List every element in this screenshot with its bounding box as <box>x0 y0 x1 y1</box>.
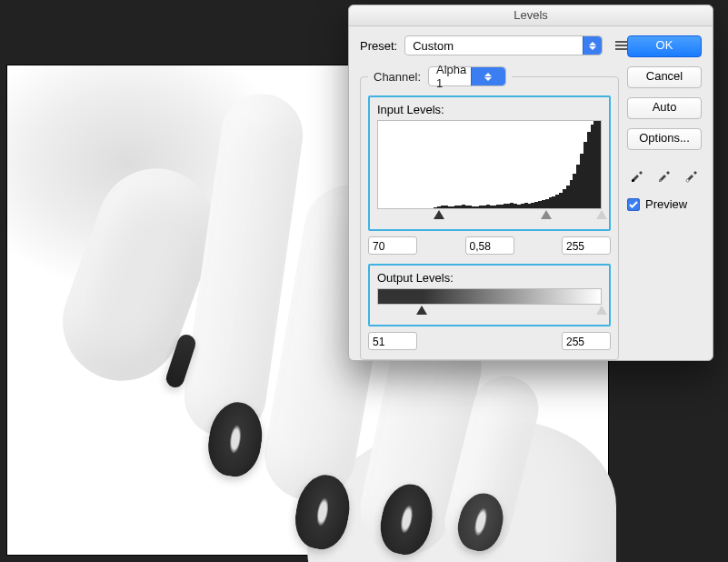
preset-select[interactable]: Custom <box>404 35 603 55</box>
white-point-eyedropper-icon[interactable] <box>682 165 702 185</box>
output-gradient-clip <box>378 289 423 304</box>
input-level-values: 70 0,58 255 <box>368 236 611 255</box>
eyedropper-row <box>627 165 702 185</box>
output-levels-panel: Output Levels: <box>368 264 611 326</box>
options-button[interactable]: Options... <box>627 128 702 150</box>
preset-value: Custom <box>413 39 583 53</box>
output-slider-track[interactable] <box>377 306 602 317</box>
channel-label: Channel: <box>374 70 421 84</box>
preset-label: Preset: <box>360 39 397 53</box>
input-levels-panel: Input Levels: <box>368 95 611 231</box>
preview-label: Preview <box>645 197 687 211</box>
channel-select[interactable]: Alpha 1 <box>428 66 506 86</box>
input-gamma-slider[interactable] <box>541 210 552 219</box>
output-white-field[interactable]: 255 <box>562 332 611 350</box>
svg-point-1 <box>659 179 662 182</box>
input-gamma-field[interactable]: 0,58 <box>465 236 514 255</box>
histogram-chart[interactable] <box>377 120 602 209</box>
output-levels-label: Output Levels: <box>377 271 602 285</box>
output-gradient[interactable] <box>377 288 602 305</box>
ok-button[interactable]: OK <box>627 35 702 57</box>
cancel-button[interactable]: Cancel <box>627 66 702 88</box>
output-white-slider[interactable] <box>596 306 607 315</box>
stepper-icon <box>583 36 602 55</box>
levels-dialog: Levels Preset: Custom Channel: Alpha 1 <box>348 5 713 361</box>
dialog-right-column: OK Cancel Auto Options... Preview <box>627 35 702 211</box>
channel-legend: Channel: Alpha 1 <box>368 66 512 86</box>
levels-section: Channel: Alpha 1 Input Levels: <box>360 66 619 360</box>
input-white-field[interactable]: 255 <box>562 236 611 255</box>
gray-point-eyedropper-icon[interactable] <box>654 165 674 185</box>
auto-button[interactable]: Auto <box>627 97 702 119</box>
output-level-values: 51 255 <box>368 332 611 350</box>
input-white-slider[interactable] <box>596 210 607 219</box>
input-slider-track[interactable] <box>377 211 602 222</box>
output-black-field[interactable]: 51 <box>368 332 417 350</box>
histogram-bars <box>378 121 601 208</box>
preview-row: Preview <box>627 197 702 211</box>
preview-checkbox[interactable] <box>627 198 640 211</box>
svg-point-0 <box>632 179 634 182</box>
dialog-body: Preset: Custom Channel: Alpha 1 <box>349 26 713 361</box>
black-point-eyedropper-icon[interactable] <box>627 165 647 185</box>
stepper-icon <box>471 67 506 85</box>
dialog-title[interactable]: Levels <box>349 5 713 26</box>
output-black-slider[interactable] <box>416 306 427 315</box>
svg-point-2 <box>686 179 689 182</box>
input-levels-label: Input Levels: <box>377 103 602 116</box>
input-black-slider[interactable] <box>434 210 444 219</box>
input-black-field[interactable]: 70 <box>368 236 417 255</box>
channel-value: Alpha 1 <box>436 63 471 90</box>
